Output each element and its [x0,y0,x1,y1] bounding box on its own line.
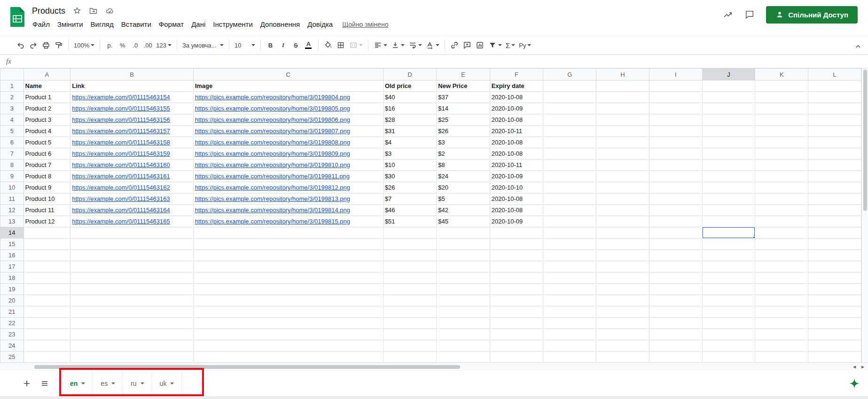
vertical-scrollbar[interactable] [861,68,868,362]
column-header-K[interactable]: K [755,69,808,80]
column-header-J[interactable]: J [702,69,755,80]
cell-H8[interactable] [596,160,649,171]
cell-D2[interactable]: $40 [383,92,436,103]
cell-J18[interactable] [702,272,755,284]
cell-B3[interactable]: https://example.com/0/01115463155 [70,103,193,114]
cell-F21[interactable] [490,306,543,318]
move-folder-icon[interactable] [89,7,98,15]
cell-F22[interactable] [490,318,543,329]
cell-H17[interactable] [596,261,649,272]
column-header-A[interactable]: A [23,69,70,80]
cell-C16[interactable] [193,250,383,261]
last-edited-link[interactable]: Щойно змінено [342,21,388,28]
cell-A2[interactable]: Product 1 [23,92,70,103]
cell-J19[interactable] [702,284,755,295]
cell-A21[interactable] [23,306,70,318]
cell-A23[interactable] [23,329,70,340]
cloud-saved-icon[interactable] [105,7,115,15]
cell-L15[interactable] [808,239,861,250]
cell-I4[interactable] [649,114,702,126]
vertical-scrollbar-thumb[interactable] [863,70,867,211]
cell-K15[interactable] [755,239,808,250]
cell-I7[interactable] [649,148,702,160]
cell-G5[interactable] [543,126,596,137]
select-all-corner[interactable] [0,69,24,80]
cell-H9[interactable] [596,171,649,182]
cell-H6[interactable] [596,137,649,148]
cell-L17[interactable] [808,261,861,272]
cell-B8[interactable]: https://example.com/0/01115463160 [70,160,193,171]
cell-B2[interactable]: https://example.com/0/01115463154 [70,92,193,103]
cell-B23[interactable] [70,329,193,340]
cell-B9[interactable]: https://example.com/0/01115463161 [70,171,193,182]
cell-E21[interactable] [437,306,490,318]
cell-H14[interactable] [596,227,649,239]
add-sheet-button[interactable] [20,376,34,391]
cell-I12[interactable] [649,205,702,216]
text-wrap-button[interactable] [407,39,424,52]
row-header-22[interactable]: 22 [0,318,24,329]
cell-L13[interactable] [808,216,861,227]
cell-E12[interactable]: $42 [437,205,490,216]
cell-C18[interactable] [193,272,383,284]
cell-A5[interactable]: Product 4 [23,126,70,137]
cell-E15[interactable] [437,239,490,250]
cell-F3[interactable]: 2020-10-09 [490,103,543,114]
cell-G14[interactable] [543,227,596,239]
cell-F23[interactable] [490,329,543,340]
create-filter-button[interactable] [486,39,504,52]
cell-E6[interactable]: $3 [437,137,490,148]
cell-B22[interactable] [70,318,193,329]
cell-I18[interactable] [649,272,702,284]
cell-B5[interactable]: https://example.com/0/01115463157 [70,126,193,137]
cell-J25[interactable] [702,351,755,363]
insert-chart-button[interactable] [474,39,486,52]
collapse-toolbar-button[interactable] [852,40,864,53]
comment-history-icon[interactable] [744,10,755,19]
cell-K14[interactable] [755,227,808,239]
row-header-19[interactable]: 19 [0,284,24,295]
cell-E14[interactable] [437,227,490,239]
cell-K2[interactable] [755,92,808,103]
cell-A16[interactable] [23,250,70,261]
document-title[interactable]: Products [32,6,65,16]
cell-J1[interactable] [702,80,755,92]
cell-B6[interactable]: https://example.com/0/01115463158 [70,137,193,148]
cell-B24[interactable] [70,340,193,351]
cell-J9[interactable] [702,171,755,182]
cell-J4[interactable] [702,114,755,126]
cell-L6[interactable] [808,137,861,148]
cell-G22[interactable] [543,318,596,329]
cell-H5[interactable] [596,126,649,137]
cell-H1[interactable] [596,80,649,92]
cell-C8[interactable]: https://pics.example.com/repository/home… [193,160,383,171]
row-header-12[interactable]: 12 [0,205,24,216]
row-header-13[interactable]: 13 [0,216,24,227]
cell-J11[interactable] [702,193,755,205]
cell-G25[interactable] [543,351,596,363]
cell-G13[interactable] [543,216,596,227]
cell-E17[interactable] [437,261,490,272]
cell-D9[interactable]: $30 [383,171,436,182]
cell-B1[interactable]: Link [70,80,193,92]
row-header-3[interactable]: 3 [0,103,24,114]
cell-F4[interactable]: 2020-10-08 [490,114,543,126]
cell-E1[interactable]: New Price [437,80,490,92]
strikethrough-button[interactable]: S [289,39,302,52]
column-header-F[interactable]: F [490,69,543,80]
cell-E13[interactable]: $45 [437,216,490,227]
cell-C9[interactable]: https://pics.example.com/repository/home… [193,171,383,182]
more-formats-button[interactable]: 123 [154,39,173,52]
cell-F6[interactable]: 2020-10-08 [490,137,543,148]
cell-L4[interactable] [808,114,861,126]
cell-F24[interactable] [490,340,543,351]
cell-K3[interactable] [755,103,808,114]
cell-D8[interactable]: $10 [383,160,436,171]
row-header-8[interactable]: 8 [0,160,24,171]
cell-G16[interactable] [543,250,596,261]
cell-J16[interactable] [702,250,755,261]
cell-D19[interactable] [383,284,436,295]
cell-E7[interactable]: $2 [437,148,490,160]
cell-C23[interactable] [193,329,383,340]
cell-E18[interactable] [437,272,490,284]
